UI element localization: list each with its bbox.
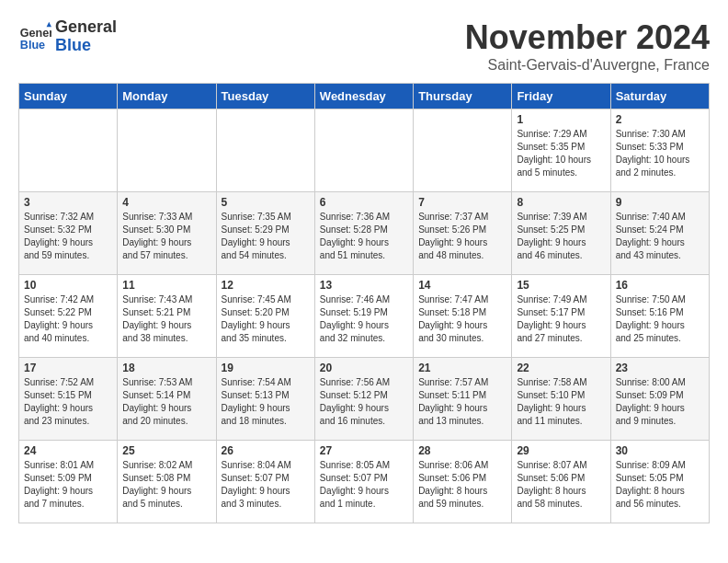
calendar-week-row: 10Sunrise: 7:42 AM Sunset: 5:22 PM Dayli… <box>19 275 710 358</box>
day-number: 24 <box>24 444 112 457</box>
calendar-cell <box>216 109 314 192</box>
logo-icon: General Blue <box>18 20 51 53</box>
day-info: Sunrise: 7:50 AM Sunset: 5:16 PM Dayligh… <box>616 293 704 345</box>
day-number: 7 <box>418 196 506 209</box>
calendar-cell: 14Sunrise: 7:47 AM Sunset: 5:18 PM Dayli… <box>414 275 512 358</box>
calendar-cell: 6Sunrise: 7:36 AM Sunset: 5:28 PM Daylig… <box>314 192 413 275</box>
day-info: Sunrise: 7:42 AM Sunset: 5:22 PM Dayligh… <box>24 293 112 345</box>
calendar-cell: 25Sunrise: 8:02 AM Sunset: 5:08 PM Dayli… <box>118 441 216 523</box>
day-info: Sunrise: 7:37 AM Sunset: 5:26 PM Dayligh… <box>418 211 506 262</box>
day-info: Sunrise: 7:32 AM Sunset: 5:32 PM Dayligh… <box>24 211 112 262</box>
calendar-cell: 10Sunrise: 7:42 AM Sunset: 5:22 PM Dayli… <box>19 275 118 358</box>
day-number: 4 <box>122 196 210 209</box>
calendar-cell: 12Sunrise: 7:45 AM Sunset: 5:20 PM Dayli… <box>216 275 314 358</box>
day-info: Sunrise: 7:36 AM Sunset: 5:28 PM Dayligh… <box>320 211 408 262</box>
logo-line2: Blue <box>55 37 117 55</box>
svg-marker-2 <box>47 22 51 27</box>
day-number: 18 <box>122 362 210 374</box>
weekday-header: Monday <box>118 84 216 109</box>
logo-text: General Blue <box>55 18 117 55</box>
calendar-cell: 29Sunrise: 8:07 AM Sunset: 5:06 PM Dayli… <box>512 441 610 523</box>
calendar-header-row: SundayMondayTuesdayWednesdayThursdayFrid… <box>19 84 710 109</box>
calendar-cell <box>19 109 118 192</box>
calendar-cell: 19Sunrise: 7:54 AM Sunset: 5:13 PM Dayli… <box>216 358 314 441</box>
day-info: Sunrise: 7:52 AM Sunset: 5:15 PM Dayligh… <box>24 376 112 428</box>
day-number: 15 <box>517 279 605 292</box>
calendar-cell: 18Sunrise: 7:53 AM Sunset: 5:14 PM Dayli… <box>118 358 216 441</box>
calendar-cell <box>414 109 512 192</box>
calendar-cell: 30Sunrise: 8:09 AM Sunset: 5:05 PM Dayli… <box>610 441 709 523</box>
day-number: 17 <box>24 362 112 374</box>
day-info: Sunrise: 7:33 AM Sunset: 5:30 PM Dayligh… <box>122 211 210 262</box>
calendar-cell: 24Sunrise: 8:01 AM Sunset: 5:09 PM Dayli… <box>19 441 118 523</box>
day-number: 11 <box>122 279 210 292</box>
calendar-cell: 17Sunrise: 7:52 AM Sunset: 5:15 PM Dayli… <box>19 358 118 441</box>
day-info: Sunrise: 8:09 AM Sunset: 5:05 PM Dayligh… <box>616 459 704 511</box>
calendar-cell: 9Sunrise: 7:40 AM Sunset: 5:24 PM Daylig… <box>610 192 709 275</box>
calendar-week-row: 3Sunrise: 7:32 AM Sunset: 5:32 PM Daylig… <box>19 192 710 275</box>
calendar-cell <box>118 109 216 192</box>
day-number: 6 <box>320 196 408 209</box>
calendar-cell: 3Sunrise: 7:32 AM Sunset: 5:32 PM Daylig… <box>19 192 118 275</box>
calendar-week-row: 17Sunrise: 7:52 AM Sunset: 5:15 PM Dayli… <box>19 358 710 441</box>
day-number: 3 <box>24 196 112 209</box>
day-info: Sunrise: 7:35 AM Sunset: 5:29 PM Dayligh… <box>222 211 310 262</box>
weekday-header: Thursday <box>414 84 512 109</box>
calendar-cell: 11Sunrise: 7:43 AM Sunset: 5:21 PM Dayli… <box>118 275 216 358</box>
calendar-cell: 27Sunrise: 8:05 AM Sunset: 5:07 PM Dayli… <box>314 441 413 523</box>
svg-text:Blue: Blue <box>20 38 45 51</box>
day-info: Sunrise: 7:57 AM Sunset: 5:11 PM Dayligh… <box>418 376 506 428</box>
day-info: Sunrise: 7:46 AM Sunset: 5:19 PM Dayligh… <box>320 293 408 345</box>
day-number: 13 <box>320 279 408 292</box>
day-number: 20 <box>320 362 408 374</box>
calendar-cell: 5Sunrise: 7:35 AM Sunset: 5:29 PM Daylig… <box>216 192 314 275</box>
day-info: Sunrise: 7:39 AM Sunset: 5:25 PM Dayligh… <box>517 211 605 262</box>
day-number: 28 <box>418 444 506 457</box>
day-info: Sunrise: 7:49 AM Sunset: 5:17 PM Dayligh… <box>517 293 605 345</box>
day-info: Sunrise: 7:40 AM Sunset: 5:24 PM Dayligh… <box>616 211 704 262</box>
day-number: 30 <box>616 444 704 457</box>
calendar-cell: 13Sunrise: 7:46 AM Sunset: 5:19 PM Dayli… <box>314 275 413 358</box>
day-info: Sunrise: 8:05 AM Sunset: 5:07 PM Dayligh… <box>320 459 408 511</box>
day-number: 10 <box>24 279 112 292</box>
calendar-cell: 16Sunrise: 7:50 AM Sunset: 5:16 PM Dayli… <box>610 275 709 358</box>
day-number: 5 <box>222 196 310 209</box>
day-info: Sunrise: 8:00 AM Sunset: 5:09 PM Dayligh… <box>616 376 704 428</box>
location-subtitle: Saint-Gervais-d'Auvergne, France <box>465 57 710 74</box>
day-number: 14 <box>418 279 506 292</box>
month-title: November 2024 <box>465 18 710 57</box>
day-info: Sunrise: 8:07 AM Sunset: 5:06 PM Dayligh… <box>517 459 605 511</box>
calendar-cell: 7Sunrise: 7:37 AM Sunset: 5:26 PM Daylig… <box>414 192 512 275</box>
calendar-cell: 23Sunrise: 8:00 AM Sunset: 5:09 PM Dayli… <box>610 358 709 441</box>
calendar-cell: 1Sunrise: 7:29 AM Sunset: 5:35 PM Daylig… <box>512 109 610 192</box>
day-number: 21 <box>418 362 506 374</box>
day-info: Sunrise: 7:56 AM Sunset: 5:12 PM Dayligh… <box>320 376 408 428</box>
day-info: Sunrise: 7:29 AM Sunset: 5:35 PM Dayligh… <box>517 128 605 179</box>
day-number: 2 <box>616 113 704 126</box>
calendar-cell: 26Sunrise: 8:04 AM Sunset: 5:07 PM Dayli… <box>216 441 314 523</box>
page-header: General Blue General Blue November 2024 … <box>18 18 710 74</box>
weekday-header: Sunday <box>19 84 118 109</box>
day-number: 12 <box>222 279 310 292</box>
day-info: Sunrise: 8:02 AM Sunset: 5:08 PM Dayligh… <box>122 459 210 511</box>
day-info: Sunrise: 8:01 AM Sunset: 5:09 PM Dayligh… <box>24 459 112 511</box>
day-number: 9 <box>616 196 704 209</box>
calendar-cell: 28Sunrise: 8:06 AM Sunset: 5:06 PM Dayli… <box>414 441 512 523</box>
day-number: 8 <box>517 196 605 209</box>
day-info: Sunrise: 7:45 AM Sunset: 5:20 PM Dayligh… <box>222 293 310 345</box>
weekday-header: Tuesday <box>216 84 314 109</box>
day-info: Sunrise: 7:53 AM Sunset: 5:14 PM Dayligh… <box>122 376 210 428</box>
logo: General Blue General Blue <box>18 18 117 55</box>
calendar-week-row: 24Sunrise: 8:01 AM Sunset: 5:09 PM Dayli… <box>19 441 710 523</box>
day-number: 19 <box>222 362 310 374</box>
day-info: Sunrise: 7:58 AM Sunset: 5:10 PM Dayligh… <box>517 376 605 428</box>
day-number: 25 <box>122 444 210 457</box>
weekday-header: Wednesday <box>314 84 413 109</box>
calendar-cell: 2Sunrise: 7:30 AM Sunset: 5:33 PM Daylig… <box>610 109 709 192</box>
calendar-cell: 8Sunrise: 7:39 AM Sunset: 5:25 PM Daylig… <box>512 192 610 275</box>
calendar-cell <box>314 109 413 192</box>
day-number: 22 <box>517 362 605 374</box>
calendar-cell: 4Sunrise: 7:33 AM Sunset: 5:30 PM Daylig… <box>118 192 216 275</box>
day-info: Sunrise: 7:47 AM Sunset: 5:18 PM Dayligh… <box>418 293 506 345</box>
weekday-header: Saturday <box>610 84 709 109</box>
